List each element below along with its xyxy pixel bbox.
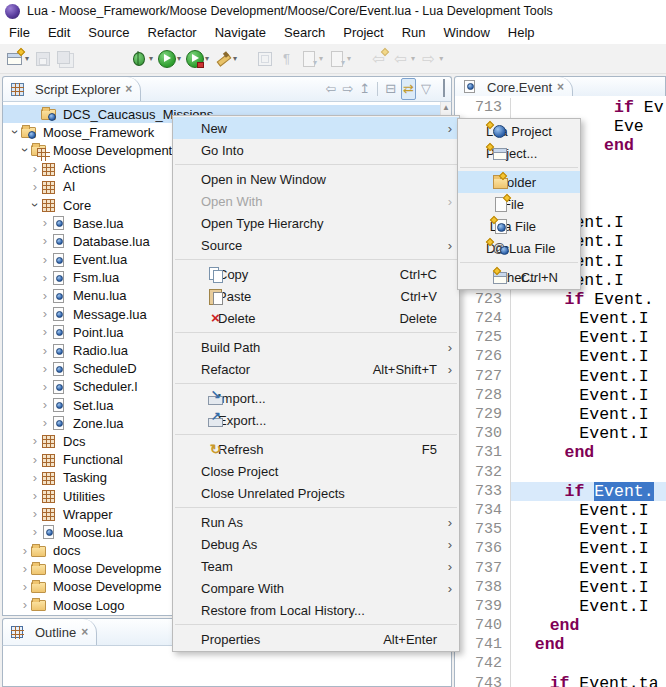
collapse-arrow-icon[interactable]: › [19, 144, 31, 156]
menubar-item-source[interactable]: Source [79, 22, 138, 44]
profile-button[interactable]: ▾ [184, 47, 211, 71]
menu-item-paste[interactable]: PasteCtrl+V [173, 285, 459, 307]
tab-outline[interactable]: Outline × [3, 619, 97, 645]
expand-arrow-icon[interactable]: › [39, 235, 51, 247]
menu-item-close-project[interactable]: Close Project [173, 460, 459, 482]
scroll-up-icon[interactable]: ▲ [442, 103, 450, 112]
view-menu-icon[interactable]: ▽ [420, 79, 432, 99]
menubar-item-run[interactable]: Run [393, 22, 435, 44]
maximize-icon[interactable] [442, 79, 446, 99]
tab-core-event[interactable]: Core.Event × [455, 77, 573, 97]
expand-arrow-icon[interactable]: › [39, 326, 51, 338]
close-icon[interactable]: × [81, 626, 88, 638]
collapse-arrow-icon[interactable]: › [29, 199, 41, 211]
menu-item-new[interactable]: New› [173, 117, 459, 139]
expand-arrow-icon[interactable]: › [39, 308, 51, 320]
menubar-item-window[interactable]: Window [435, 22, 499, 44]
link-with-editor-icon[interactable]: ⇄ [401, 78, 416, 100]
menu-item-folder[interactable]: Folder [458, 171, 580, 193]
line-number: 731 [455, 443, 511, 462]
menu-item-run-as[interactable]: Run As› [173, 511, 459, 533]
expand-arrow-icon[interactable]: › [29, 454, 41, 466]
close-icon[interactable]: × [557, 81, 564, 93]
menu-item-project[interactable]: Project... [458, 142, 580, 164]
expand-arrow-icon[interactable]: › [39, 345, 51, 357]
collapse-all-icon[interactable]: ⊟ [384, 79, 397, 99]
debug-button[interactable]: ▾ [128, 47, 155, 71]
menu-item-delete[interactable]: ×DeleteDelete [173, 307, 459, 329]
menubar-item-edit[interactable]: Edit [39, 22, 79, 44]
menu-item-go-into[interactable]: Go Into [173, 139, 459, 161]
menu-item-build-path[interactable]: Build Path› [173, 336, 459, 358]
expand-arrow-icon[interactable]: › [29, 472, 41, 484]
menubar-item-project[interactable]: Project [334, 22, 392, 44]
menubar-item-file[interactable]: File [0, 22, 39, 44]
menu-item-open-in-new-window[interactable]: Open in New Window [173, 168, 459, 190]
expand-arrow-icon[interactable]: › [39, 290, 51, 302]
expand-arrow-icon[interactable]: › [39, 217, 51, 229]
menu-item-lua-project[interactable]: Lua Project [458, 120, 580, 142]
menu-item-doclua-file[interactable]: DocLua File [458, 237, 580, 259]
dropdown-caret-icon[interactable]: ▾ [177, 54, 181, 63]
expand-arrow-icon[interactable]: › [19, 581, 31, 593]
expand-arrow-icon[interactable]: › [29, 435, 41, 447]
expand-arrow-icon[interactable]: › [39, 417, 51, 429]
menubar-item-refactor[interactable]: Refactor [139, 22, 206, 44]
menubar-item-help[interactable]: Help [499, 22, 544, 44]
expand-arrow-icon[interactable]: › [19, 599, 31, 611]
dropdown-caret-icon: ▾ [411, 54, 415, 63]
dropdown-caret-icon[interactable]: ▾ [205, 54, 209, 63]
menu-item-debug-as[interactable]: Debug As› [173, 533, 459, 555]
tree-item-label: docs [53, 543, 80, 558]
dropdown-caret-icon[interactable]: ▾ [25, 54, 29, 63]
menu-item-refresh[interactable]: ↻RefreshF5 [173, 438, 459, 460]
new-wizard-button[interactable]: ▾ [4, 47, 31, 71]
tab-script-explorer[interactable]: Script Explorer × [3, 77, 141, 101]
menu-item-import[interactable]: Import... [173, 387, 459, 409]
menu-item-close-unrelated-projects[interactable]: Close Unrelated Projects [173, 482, 459, 504]
last-edit-location-icon: ⇦ [370, 50, 387, 67]
menu-item-label: Close Unrelated Projects [201, 486, 345, 501]
menu-item-other[interactable]: Other...Ctrl+N [458, 266, 580, 288]
menubar-item-search[interactable]: Search [275, 22, 334, 44]
expand-arrow-icon[interactable]: › [29, 526, 41, 538]
run-button[interactable]: ▾ [156, 47, 183, 71]
forward-icon[interactable]: ⇨ [341, 79, 354, 99]
back-icon[interactable]: ⇦ [324, 79, 337, 99]
menu-item-export[interactable]: Export... [173, 409, 459, 431]
dropdown-caret-icon[interactable]: ▾ [149, 54, 153, 63]
menu-item-restore-from-local-history[interactable]: Restore from Local History... [173, 599, 459, 621]
tree-item-label: Moose Developme [53, 579, 161, 594]
external-tools-button[interactable]: ▾ [212, 47, 239, 71]
menu-item-compare-with[interactable]: Compare With› [173, 577, 459, 599]
expand-arrow-icon[interactable]: › [29, 490, 41, 502]
collapse-arrow-icon[interactable]: › [9, 126, 21, 138]
expand-arrow-icon[interactable]: › [39, 381, 51, 393]
expand-arrow-icon[interactable]: › [39, 363, 51, 375]
outline-icon [10, 625, 25, 639]
menu-item-open-type-hierarchy[interactable]: Open Type Hierarchy [173, 212, 459, 234]
expand-arrow-icon[interactable]: › [39, 254, 51, 266]
menu-item-lua-file[interactable]: Lua File [458, 215, 580, 237]
menu-item-copy[interactable]: CopyCtrl+C [173, 263, 459, 285]
go-up-icon[interactable]: ↥ [358, 79, 371, 99]
expand-arrow-icon[interactable]: › [19, 563, 31, 575]
expand-arrow-icon[interactable]: › [39, 399, 51, 411]
expand-arrow-icon[interactable]: › [29, 163, 41, 175]
menu-shortcut: Ctrl+V [401, 289, 437, 304]
dropdown-caret-icon[interactable]: ▾ [233, 54, 237, 63]
expand-arrow-icon[interactable]: › [29, 181, 41, 193]
menu-item-properties[interactable]: PropertiesAlt+Enter [173, 628, 459, 650]
close-icon[interactable]: × [125, 83, 132, 95]
menubar-item-navigate[interactable]: Navigate [206, 22, 275, 44]
expand-arrow-icon[interactable]: › [29, 508, 41, 520]
submenu-arrow-icon: › [448, 238, 452, 253]
code-line-725: 725Event.I [455, 328, 666, 347]
menu-item-file[interactable]: File [458, 193, 580, 215]
expand-arrow-icon[interactable]: › [19, 545, 31, 557]
expand-arrow-icon[interactable]: › [39, 272, 51, 284]
code-line-729: 729Event.I [455, 405, 666, 424]
menu-item-source[interactable]: Source› [173, 234, 459, 256]
menu-item-refactor[interactable]: RefactorAlt+Shift+T› [173, 358, 459, 380]
menu-item-team[interactable]: Team› [173, 555, 459, 577]
